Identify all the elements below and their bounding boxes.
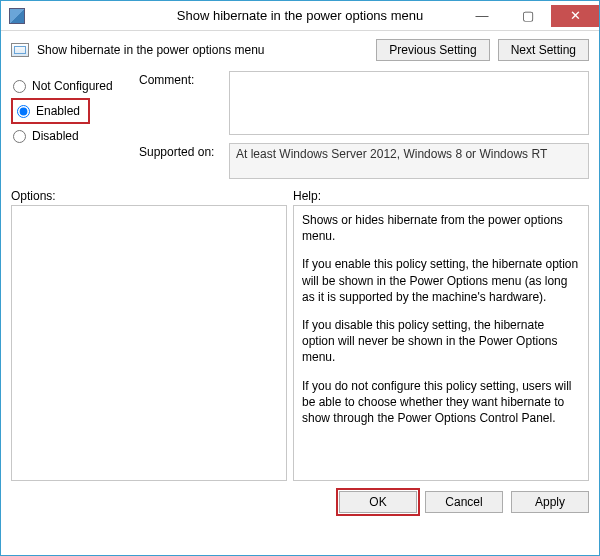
radio-disabled-label: Disabled: [32, 129, 79, 143]
radio-enabled-label: Enabled: [36, 104, 80, 118]
ok-button[interactable]: OK: [339, 491, 417, 513]
main-area: Not Configured Enabled Disabled Comment:…: [1, 67, 599, 179]
supported-value: At least Windows Server 2012, Windows 8 …: [229, 143, 589, 179]
radio-disabled-input[interactable]: [13, 130, 26, 143]
radio-not-configured-label: Not Configured: [32, 79, 113, 93]
comment-textarea[interactable]: [229, 71, 589, 135]
section-labels: Options: Help:: [1, 179, 599, 205]
radio-enabled[interactable]: Enabled: [15, 102, 82, 120]
help-p3: If you disable this policy setting, the …: [302, 317, 580, 366]
app-icon: [9, 8, 25, 24]
titlebar: Show hibernate in the power options menu…: [1, 1, 599, 31]
help-pane[interactable]: Shows or hides hibernate from the power …: [293, 205, 589, 481]
close-button[interactable]: ✕: [551, 5, 599, 27]
help-p4: If you do not configure this policy sett…: [302, 378, 580, 427]
footer: OK Cancel Apply: [1, 481, 599, 523]
maximize-button[interactable]: ▢: [505, 5, 551, 27]
cancel-button[interactable]: Cancel: [425, 491, 503, 513]
next-setting-button[interactable]: Next Setting: [498, 39, 589, 61]
help-p2: If you enable this policy setting, the h…: [302, 256, 580, 305]
comment-label: Comment:: [139, 71, 229, 87]
radio-not-configured-input[interactable]: [13, 80, 26, 93]
apply-button[interactable]: Apply: [511, 491, 589, 513]
enabled-highlight: Enabled: [11, 98, 90, 124]
panes: Shows or hides hibernate from the power …: [1, 205, 599, 481]
help-p1: Shows or hides hibernate from the power …: [302, 212, 580, 244]
radio-not-configured[interactable]: Not Configured: [11, 75, 129, 97]
policy-icon: [11, 43, 29, 57]
supported-label: Supported on:: [139, 143, 229, 159]
help-label: Help:: [293, 189, 321, 203]
options-label: Options:: [11, 189, 293, 203]
radio-disabled[interactable]: Disabled: [11, 125, 129, 147]
state-radios: Not Configured Enabled Disabled: [11, 71, 129, 179]
header-row: Show hibernate in the power options menu…: [1, 31, 599, 67]
options-pane[interactable]: [11, 205, 287, 481]
window-controls: — ▢ ✕: [459, 5, 599, 27]
policy-title: Show hibernate in the power options menu: [37, 43, 264, 57]
minimize-button[interactable]: —: [459, 5, 505, 27]
radio-enabled-input[interactable]: [17, 105, 30, 118]
previous-setting-button[interactable]: Previous Setting: [376, 39, 489, 61]
fields: Comment: Supported on: At least Windows …: [139, 71, 589, 179]
